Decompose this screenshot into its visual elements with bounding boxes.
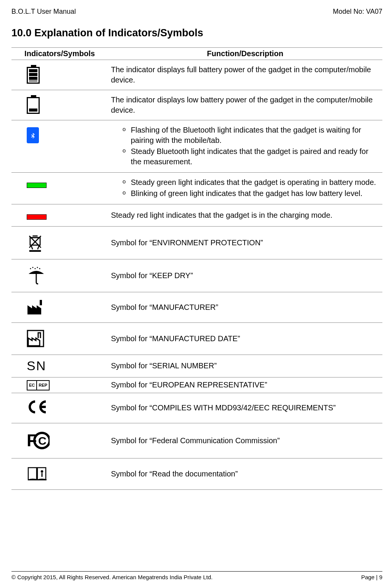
table-row: FC Symbol for “Federal Communication Com… [11, 423, 382, 458]
desc-text: Symbol for “COMPILES WITH MDD93/42/EEC R… [108, 393, 382, 423]
table-row: Symbol for “Read the documentation” [11, 458, 382, 489]
keep-dry-icon [27, 266, 46, 287]
table-row: The indicator displays low battery power… [11, 90, 382, 120]
desc-text: Steady red light indicates that the gadg… [108, 204, 382, 227]
mfg-date-icon [27, 330, 44, 350]
battery-low-icon [27, 97, 40, 114]
list-item: Blinking of green light indicates that t… [122, 188, 380, 199]
page-footer: © Copyright 2015, All Rights Reserved. A… [11, 571, 382, 580]
manual-title: B.O.L.T User Manual [11, 8, 76, 16]
table-row: Steady green light indicates that the ga… [11, 173, 382, 204]
table-row: Flashing of the Bluetooth light indicate… [11, 120, 382, 173]
table-row: The indicator displays full battery powe… [11, 60, 382, 90]
desc-text: Symbol for “KEEP DRY” [108, 259, 382, 292]
copyright-text: © Copyright 2015, All Rights Reserved. A… [11, 574, 213, 580]
section-title: 10.0 Explanation of Indicators/Symbols [11, 27, 382, 39]
list-item: Flashing of the Bluetooth light indicate… [122, 125, 380, 146]
desc-text: Symbol for “MANUFACTURER” [108, 292, 382, 323]
table-row: Symbol for “COMPILES WITH MDD93/42/EEC R… [11, 393, 382, 423]
ec-rep-icon: ECREP [27, 380, 50, 390]
battery-full-icon [27, 67, 40, 84]
table-row: Symbol for “MANUFACTURED DATE” [11, 323, 382, 355]
svg-point-3 [30, 268, 31, 269]
col-header-desc: Function/Description [108, 48, 382, 60]
desc-text: The indicator displays full battery powe… [108, 60, 382, 90]
table-row: Symbol for “KEEP DRY” [11, 259, 382, 292]
green-led-icon [27, 183, 47, 188]
desc-text: Symbol for “Federal Communication Commis… [108, 423, 382, 458]
table-row: Steady red light indicates that the gadg… [11, 204, 382, 227]
desc-text: The indicator displays low battery power… [108, 90, 382, 120]
table-row: Symbol for “ENVIRONMENT PROTECTION” [11, 227, 382, 259]
page-header: B.O.L.T User Manual Model No: VA07 [11, 8, 382, 16]
model-number: Model No: VA07 [333, 8, 382, 16]
table-row: ECREP Symbol for “EUROPEAN REPRESENTATIV… [11, 377, 382, 393]
bluetooth-icon [27, 127, 39, 143]
desc-text: Symbol for “EUROPEAN REPRESENTATIVE” [108, 377, 382, 393]
ce-mark-icon [27, 400, 47, 418]
fcc-icon: FC [27, 430, 50, 454]
list-item: Steady Bluetooth light indicates that th… [122, 146, 380, 167]
page-number: Page | 9 [361, 574, 382, 580]
svg-point-6 [37, 267, 38, 268]
symbols-table: Indicators/Symbols Function/Description … [11, 47, 382, 490]
svg-point-4 [32, 267, 34, 268]
desc-list: Steady green light indicates that the ga… [111, 177, 380, 199]
desc-text: Symbol for “MANUFACTURED DATE” [108, 323, 382, 355]
serial-number-icon: SN [27, 357, 46, 375]
desc-text: Symbol for “SERIAL NUMBER” [108, 355, 382, 377]
desc-list: Flashing of the Bluetooth light indicate… [111, 125, 380, 167]
weee-icon [27, 233, 44, 254]
list-item: Steady green light indicates that the ga… [122, 177, 380, 188]
read-doc-icon [27, 465, 49, 485]
svg-point-7 [39, 268, 40, 269]
desc-text: Symbol for “ENVIRONMENT PROTECTION” [108, 227, 382, 259]
desc-text: Symbol for “Read the documentation” [108, 458, 382, 489]
table-row: SN Symbol for “SERIAL NUMBER” [11, 355, 382, 377]
svg-text:C: C [38, 434, 47, 447]
col-header-symbols: Indicators/Symbols [11, 48, 108, 60]
manufacturer-icon [27, 299, 44, 318]
red-led-icon [27, 214, 47, 220]
svg-point-5 [35, 268, 36, 269]
svg-point-13 [41, 471, 43, 472]
table-row: Symbol for “MANUFACTURER” [11, 292, 382, 323]
